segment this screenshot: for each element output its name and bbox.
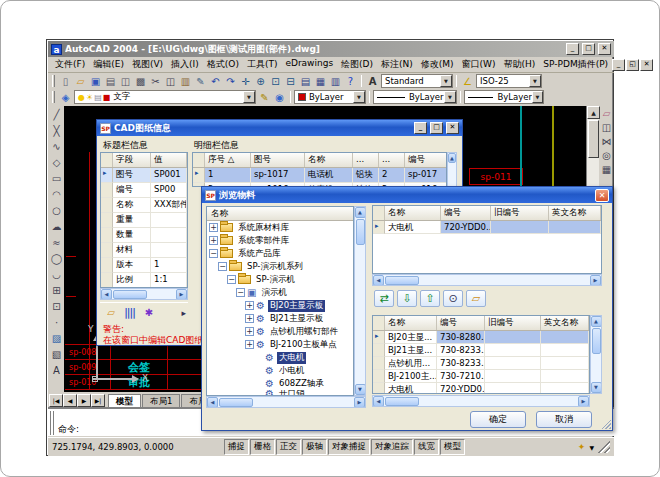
menu-item[interactable]: 修改(M) [417, 56, 458, 73]
grid-cell[interactable] [549, 221, 601, 234]
grid-cell[interactable]: 730-8233... [437, 344, 485, 357]
tree-item-label[interactable]: 608ZZ轴承 [277, 378, 326, 390]
tree-item[interactable]: +⚙点钞机用螺钉部件 [207, 325, 353, 338]
window-resize-grip[interactable] [598, 441, 610, 453]
circle-icon[interactable]: ○ [49, 202, 64, 218]
rectangle-icon[interactable]: ▭ [49, 170, 64, 186]
grid-cell[interactable]: 720-YDD0... [437, 383, 485, 394]
menu-item[interactable]: SP-PDM插件(P) [539, 56, 612, 73]
minimize-button[interactable]: _ [566, 43, 579, 55]
search-icon[interactable]: ⊙ [443, 290, 463, 307]
ok-button[interactable]: 确定 [470, 411, 526, 428]
tree-item-label[interactable]: 系统零部件库 [236, 235, 291, 247]
scroll-left-icon[interactable]: ◀ [207, 397, 218, 408]
tree-expand-icon[interactable]: + [209, 236, 218, 245]
grid-cell[interactable]: sp-017 [405, 168, 447, 183]
scroll-left-icon[interactable]: ◀ [373, 275, 384, 286]
polygon-icon[interactable]: ◇ [49, 154, 64, 170]
paste-icon[interactable]: ▥ [178, 74, 193, 88]
grid-header-cell[interactable]: 英文名称 [541, 316, 589, 330]
command-grip[interactable] [50, 411, 54, 435]
grid-header-cell[interactable]: 编号 [441, 206, 491, 220]
properties-icon[interactable]: ▤ [298, 74, 313, 88]
cut-icon[interactable]: ✂ [148, 74, 163, 88]
tree-item-label[interactable]: SP-演示机系列 [245, 261, 305, 273]
table-row[interactable]: ▸图号SP001 [101, 168, 187, 183]
grid-header-cell[interactable]: 字段 [113, 153, 151, 167]
tray-dropdown-icon[interactable]: ▼ [589, 444, 594, 451]
comm-center-icon[interactable]: ✦ [578, 442, 586, 452]
menu-item[interactable]: 工具(T) [243, 56, 282, 73]
browse-titlebar[interactable]: SP 浏览物料 ✕ [202, 187, 612, 203]
grid-cell[interactable]: BJ-2100主... [385, 370, 437, 383]
table-row[interactable]: 材料 [101, 243, 187, 258]
table-row[interactable]: 重量 [101, 213, 187, 228]
grid-cell[interactable]: sp-1017 [251, 168, 305, 183]
zoom-previous-icon[interactable]: ⊟ [283, 74, 298, 88]
mdi-close-button[interactable]: ✕ [640, 59, 653, 71]
layer-properties-icon[interactable]: ◈ [58, 90, 73, 104]
menu-item[interactable]: 窗口(W) [458, 56, 500, 73]
toolbar-grip[interactable] [52, 75, 55, 87]
scroll-left-icon[interactable]: ◀ [101, 289, 112, 300]
dim-style-combo[interactable]: ISO-25 ▼ [476, 74, 542, 88]
tree-expand-icon[interactable]: + [245, 340, 254, 349]
grid-header-cell[interactable]: 名称 [385, 316, 437, 330]
table-row[interactable]: ▸BJ20主显...730-8280... [373, 331, 589, 344]
grid-cell[interactable] [541, 344, 589, 357]
help-icon[interactable]: ? [343, 74, 358, 88]
save-icon[interactable]: ▣ [88, 74, 103, 88]
layout-tab[interactable]: 模型 [108, 394, 141, 407]
tree-hscrollbar[interactable]: ◀ ▶ [206, 396, 366, 408]
table-row[interactable]: 大电机720-YDD0... [373, 383, 589, 394]
grid-header-cell[interactable]: 序号 △ [205, 153, 251, 167]
toolbar-grip[interactable] [52, 91, 55, 103]
table-row[interactable]: BJ21主显...730-8233... [373, 344, 589, 357]
text-style-icon[interactable]: A [365, 74, 380, 88]
tree-item[interactable]: +系统原材料库 [207, 221, 353, 234]
grid-header-cell[interactable]: ... [353, 153, 379, 167]
make-layer-current-icon[interactable]: ◉ [272, 90, 287, 104]
table-row[interactable]: BJ-2100主...730-7210... [373, 370, 589, 383]
point-icon[interactable]: · [49, 314, 64, 330]
status-toggle[interactable]: 对象捕捉 [328, 439, 370, 455]
grid-cell[interactable]: 材料 [113, 243, 151, 258]
grid-cell[interactable]: 点钞机用... [385, 357, 437, 370]
tree-item-label[interactable]: SP-演示机 [254, 274, 297, 286]
tree-collapse-icon[interactable]: − [218, 262, 227, 271]
columns-icon[interactable]: |||| [121, 305, 138, 320]
scrollbar-thumb[interactable] [356, 219, 365, 245]
grid-cell[interactable]: 1:1 [151, 273, 187, 288]
match-properties-icon[interactable]: ✎ [193, 74, 208, 88]
grid-header-cell[interactable]: 名称 [305, 153, 353, 167]
grid-cell[interactable]: SP001 [151, 168, 187, 183]
tree-item-label[interactable]: 大电机 [277, 352, 307, 364]
dim-style-icon[interactable]: ∠ [460, 74, 475, 88]
dialog-resize-grip[interactable] [600, 418, 611, 429]
revcloud-icon[interactable]: ☁ [49, 218, 64, 234]
scroll-right-icon[interactable]: ▶ [590, 275, 601, 286]
table-row[interactable]: 名称XXX部件 [101, 198, 187, 213]
tree-item-label[interactable]: 系统产品库 [236, 248, 283, 260]
grid-cell[interactable] [485, 344, 541, 357]
tree-item-label[interactable]: BJ21主显示板 [268, 313, 325, 325]
grid-header-cell[interactable]: 旧编号 [491, 206, 549, 220]
dialog-close-button[interactable]: ✕ [446, 122, 459, 134]
grid-header-cell[interactable]: 编号 [437, 316, 485, 330]
grid-cell[interactable]: 编号 [113, 183, 151, 198]
tab-nav-button[interactable]: ▶| [91, 394, 105, 407]
grid-cell[interactable]: SP00 [151, 183, 187, 198]
ellipse-arc-icon[interactable]: ◡ [49, 266, 64, 282]
tree-item[interactable]: −SP-演示机 [207, 273, 353, 286]
plot-preview-icon[interactable]: ◫ [118, 74, 133, 88]
titleblock-hscrollbar[interactable]: ◀ ▶ [100, 288, 188, 300]
pan-icon[interactable]: ✛ [238, 74, 253, 88]
grid-header-cell[interactable]: 值 [151, 153, 187, 167]
table-row[interactable]: ▸大电机720-YDD0... [373, 221, 601, 234]
tree-expand-icon[interactable]: + [245, 301, 254, 310]
tree-item-label[interactable]: 点钞机用螺钉部件 [268, 326, 340, 338]
grid-header-cell[interactable]: ... [379, 153, 405, 167]
plot-icon[interactable]: ▤ [103, 74, 118, 88]
scrollbar-thumb[interactable] [219, 398, 253, 407]
menu-item[interactable]: 插入(I) [167, 56, 203, 73]
